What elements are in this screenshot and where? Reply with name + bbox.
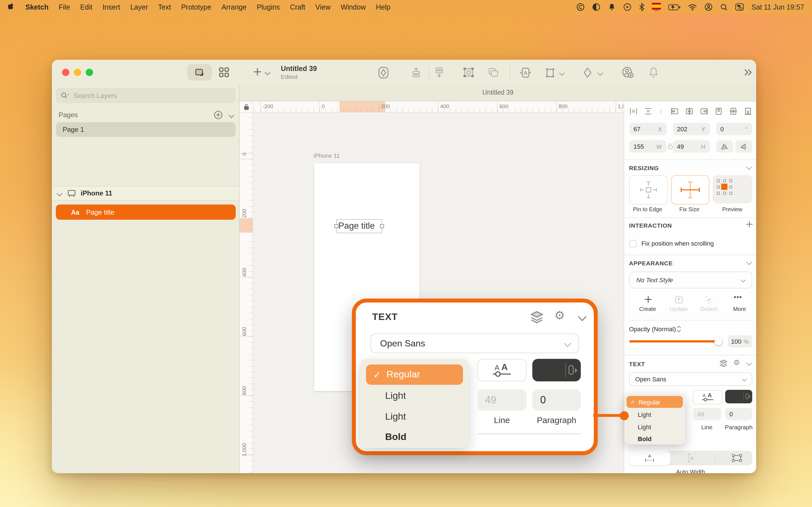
font-weight-option[interactable]: Bold: [638, 436, 652, 442]
add-collaborator-icon[interactable]: [621, 66, 634, 78]
align-center-h-icon[interactable]: [685, 107, 693, 115]
menu-item-view[interactable]: View: [315, 3, 331, 11]
width-field[interactable]: 155W: [629, 140, 666, 153]
menu-item-text[interactable]: Text: [158, 3, 171, 11]
selected-text-element[interactable]: Page title: [336, 219, 382, 233]
bluetooth-icon[interactable]: [639, 3, 645, 11]
menu-item-insert[interactable]: Insert: [102, 3, 120, 11]
text-settings-gear-icon[interactable]: ⚙: [733, 358, 740, 367]
grid-view-toggle-icon[interactable]: [219, 67, 230, 78]
text-style-select[interactable]: No Text Style: [629, 272, 752, 288]
toolbar-overflow-icon[interactable]: [743, 68, 753, 77]
menu-item-plugins[interactable]: Plugins: [257, 3, 280, 11]
font-weight-option-selected[interactable]: ✓ Regular: [626, 396, 683, 408]
align-bottom-icon[interactable]: [744, 107, 752, 115]
menu-item-layer[interactable]: Layer: [130, 3, 148, 11]
menubar-clock[interactable]: Sat 11 Jun 19:57: [751, 3, 804, 11]
horizontal-ruler[interactable]: -200 0 200 400 600 800 1,000: [253, 101, 624, 113]
align-top-icon[interactable]: [714, 107, 723, 115]
menu-item-file[interactable]: File: [59, 3, 70, 11]
fix-size-button[interactable]: [671, 175, 709, 205]
shape-diamond-icon[interactable]: [583, 67, 592, 78]
group-icon[interactable]: [463, 67, 474, 78]
appearance-collapse-chevron-icon[interactable]: [746, 260, 752, 265]
sidebar-view-toggle[interactable]: [187, 64, 212, 80]
font-family-select[interactable]: Open Sans: [629, 372, 752, 386]
menu-item-prototype[interactable]: Prototype: [181, 3, 211, 11]
wifi-icon[interactable]: [688, 4, 697, 10]
screen-mirroring-icon[interactable]: [623, 3, 632, 11]
flip-vertical-button[interactable]: [735, 140, 752, 153]
selection-handle-right[interactable]: [380, 224, 384, 228]
page-list-item[interactable]: Page 1: [56, 122, 236, 137]
add-interaction-icon[interactable]: [745, 220, 753, 228]
more-styles-icon[interactable]: •••: [734, 293, 742, 300]
text-styles-layers-icon[interactable]: [719, 359, 728, 367]
text-tool-icon[interactable]: A: [520, 67, 531, 78]
battery-icon[interactable]: [668, 4, 681, 10]
user-account-icon[interactable]: [705, 3, 713, 11]
blend-mode-stepper-icon[interactable]: [676, 325, 681, 333]
opacity-slider[interactable]: [629, 340, 723, 342]
ruler-lock-icon[interactable]: [243, 103, 249, 110]
flip-horizontal-button[interactable]: [716, 140, 733, 153]
text-color-swatch[interactable]: [725, 390, 752, 403]
menu-item-sketch[interactable]: Sketch: [26, 3, 49, 11]
opacity-slider-knob[interactable]: [714, 337, 722, 345]
font-weight-option[interactable]: Light: [638, 411, 651, 418]
creative-cloud-icon[interactable]: [576, 3, 585, 11]
vertical-ruler[interactable]: 0 200 400 600 800 1,000: [240, 113, 253, 473]
pin-to-edge-button[interactable]: [629, 175, 667, 205]
pages-collapse-chevron-icon[interactable]: [229, 112, 234, 118]
distribute-horizontally-icon[interactable]: [629, 107, 638, 115]
align-right-icon[interactable]: [700, 107, 708, 115]
fixed-size-segment[interactable]: [729, 451, 744, 465]
shape-chevron-icon[interactable]: [598, 70, 603, 76]
traffic-light-close[interactable]: [62, 69, 69, 76]
text-section-collapse-chevron-icon[interactable]: [746, 360, 752, 366]
insert-artboard-chevron-icon[interactable]: [559, 70, 565, 76]
font-weight-option[interactable]: Light: [638, 424, 651, 431]
create-style-icon[interactable]: [644, 295, 652, 304]
rotation-field[interactable]: 0°: [716, 123, 752, 135]
distribute-vertically-icon[interactable]: [644, 107, 652, 115]
constrain-proportions-lock-icon[interactable]: [668, 143, 673, 149]
menu-item-craft[interactable]: Craft: [290, 3, 305, 11]
detach-style-icon[interactable]: [705, 295, 714, 304]
spotlight-search-icon[interactable]: [720, 3, 728, 11]
resizing-collapse-chevron-icon[interactable]: [746, 164, 752, 170]
align-left-icon[interactable]: [670, 107, 679, 115]
menu-item-edit[interactable]: Edit: [80, 3, 92, 11]
distribute-up-icon[interactable]: [411, 67, 421, 78]
x-position-field[interactable]: 67X: [629, 123, 666, 135]
update-style-icon[interactable]: [674, 295, 683, 304]
menu-item-arrange[interactable]: Arrange: [221, 3, 246, 11]
traffic-light-zoom[interactable]: [86, 69, 93, 76]
traffic-light-minimize[interactable]: [74, 69, 81, 76]
fix-position-checkbox[interactable]: [629, 240, 637, 247]
align-middle-v-icon[interactable]: [729, 107, 737, 115]
menu-item-help[interactable]: Help: [376, 3, 390, 11]
layer-search-field[interactable]: Search Layers: [56, 88, 236, 103]
insert-artboard-icon[interactable]: [545, 67, 555, 78]
selected-text-layer-row[interactable]: Aa Page title: [56, 205, 236, 220]
notification-bell-icon[interactable]: [608, 3, 616, 11]
insert-plus-button[interactable]: [253, 67, 262, 76]
notifications-bell-icon[interactable]: [649, 66, 659, 78]
resizing-preview-thumbnail[interactable]: [712, 175, 752, 203]
height-field[interactable]: 49H: [672, 140, 710, 153]
artboard-title[interactable]: iPhone 11: [313, 152, 340, 159]
font-size-adjust-button[interactable]: AA: [693, 390, 722, 404]
insert-chevron-icon[interactable]: [265, 69, 270, 75]
opacity-value-field[interactable]: 100%: [728, 335, 752, 348]
selection-handle-left[interactable]: [335, 224, 338, 228]
artboard-collapse-chevron-icon[interactable]: [57, 190, 62, 196]
paragraph-spacing-field[interactable]: 0: [725, 408, 752, 420]
ungroup-icon[interactable]: [488, 67, 499, 78]
keyboard-layout-es-icon[interactable]: ISO: [652, 3, 661, 11]
line-height-field[interactable]: 49: [693, 408, 721, 420]
menu-item-window[interactable]: Window: [341, 3, 366, 11]
artboard-row[interactable]: iPhone 11: [52, 186, 239, 201]
auto-width-segment[interactable]: A: [629, 451, 670, 465]
add-page-icon[interactable]: [214, 110, 223, 119]
